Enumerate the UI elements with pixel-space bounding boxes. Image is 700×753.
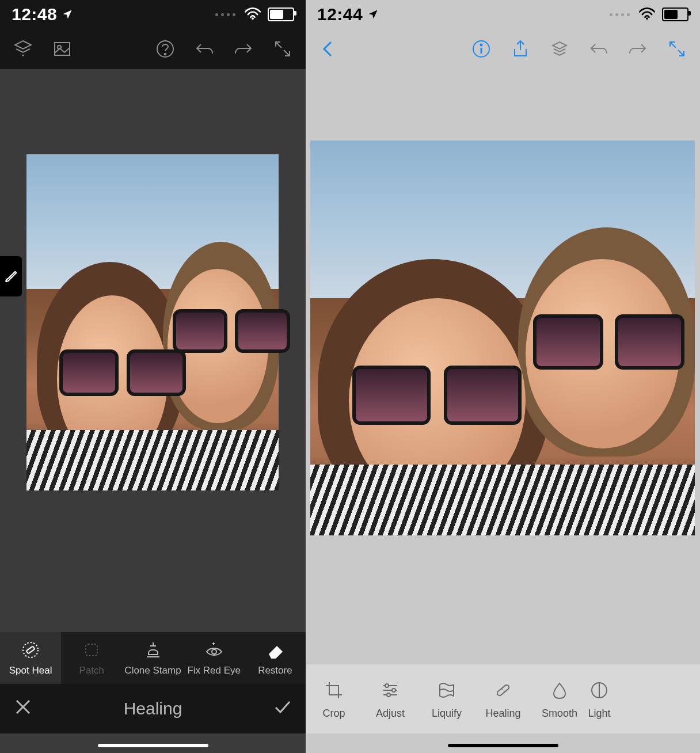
home-indicator[interactable] <box>98 744 208 747</box>
tool-fix-red-eye[interactable]: Fix Red Eye <box>184 632 245 684</box>
tool-label: Restore <box>258 665 292 676</box>
top-toolbar <box>306 29 700 69</box>
layers-icon[interactable] <box>548 37 571 60</box>
tool-label: Fix Red Eye <box>187 665 241 676</box>
pager-dots <box>610 13 630 16</box>
apply-button[interactable] <box>272 697 293 721</box>
tool-label: Spot Heal <box>9 665 52 676</box>
svg-rect-1 <box>55 43 70 55</box>
tool-label: Clone Stamp <box>124 665 181 676</box>
clone-stamp-icon <box>143 640 163 660</box>
svg-rect-7 <box>86 644 97 656</box>
red-eye-icon <box>204 640 225 660</box>
wifi-icon <box>639 5 655 24</box>
tool-label: Healing <box>485 708 520 720</box>
redo-icon[interactable] <box>232 37 255 60</box>
status-bar: 12:48 <box>0 0 306 29</box>
tool-crop[interactable]: Crop <box>306 664 362 733</box>
tool-liquify[interactable]: Liquify <box>419 664 475 733</box>
spot-heal-icon <box>20 640 41 660</box>
svg-rect-6 <box>26 646 35 654</box>
svg-point-8 <box>212 649 216 654</box>
brush-panel-tab[interactable] <box>0 256 22 296</box>
photo-preview[interactable] <box>310 140 695 535</box>
tool-label: Adjust <box>376 708 405 720</box>
fullscreen-icon[interactable] <box>665 37 688 60</box>
main-tool-row[interactable]: Crop Adjust Liquify Healing Smooth Light <box>306 664 700 733</box>
svg-point-12 <box>385 684 389 687</box>
share-icon[interactable] <box>509 37 532 60</box>
redo-icon[interactable] <box>626 37 649 60</box>
confirm-bar: Healing <box>0 684 306 733</box>
tool-clone-stamp[interactable]: Clone Stamp <box>122 632 183 684</box>
image-icon[interactable] <box>51 37 74 60</box>
svg-point-4 <box>165 54 166 55</box>
status-time: 12:44 <box>317 5 363 24</box>
light-icon <box>588 679 611 702</box>
healing-tool-row: Spot Heal Patch Clone Stamp Fix Red Eye … <box>0 632 306 684</box>
svg-point-13 <box>392 689 395 692</box>
tool-smooth[interactable]: Smooth <box>531 664 588 733</box>
battery-icon <box>268 7 294 21</box>
tool-light[interactable]: Light <box>588 664 611 733</box>
left-screenshot: 12:48 <box>0 0 306 753</box>
tool-label: Patch <box>79 665 104 676</box>
fullscreen-icon[interactable] <box>271 37 294 60</box>
adjust-icon <box>379 679 402 702</box>
help-icon[interactable] <box>154 37 177 60</box>
tool-restore[interactable]: Restore <box>245 632 306 684</box>
svg-point-0 <box>252 17 254 20</box>
home-indicator[interactable] <box>448 744 558 747</box>
tool-label: Smooth <box>542 708 577 720</box>
tool-label: Crop <box>322 708 345 720</box>
status-bar: 12:44 <box>306 0 700 29</box>
pager-dots <box>215 13 235 16</box>
right-screenshot: 12:44 <box>306 0 700 753</box>
wifi-icon <box>245 5 261 24</box>
tool-label: Liquify <box>432 708 462 720</box>
top-toolbar <box>0 29 306 69</box>
location-icon <box>367 5 379 24</box>
liquify-icon <box>435 679 458 702</box>
battery-icon <box>662 7 688 21</box>
patch-icon <box>81 640 102 660</box>
back-icon[interactable] <box>317 37 340 60</box>
photo-preview[interactable] <box>26 154 279 490</box>
healing-icon <box>492 679 515 702</box>
tool-healing[interactable]: Healing <box>475 664 531 733</box>
tool-label: Light <box>588 708 610 720</box>
cancel-button[interactable] <box>13 697 33 721</box>
svg-point-11 <box>481 44 482 46</box>
eraser-icon <box>265 640 286 660</box>
layers-icon[interactable] <box>12 37 35 60</box>
mode-title: Healing <box>33 699 272 718</box>
tool-spot-heal[interactable]: Spot Heal <box>0 632 61 684</box>
svg-rect-15 <box>496 684 510 697</box>
smooth-icon <box>548 679 571 702</box>
status-time: 12:48 <box>12 5 57 24</box>
svg-point-9 <box>646 17 648 20</box>
tool-patch[interactable]: Patch <box>61 632 122 684</box>
svg-point-14 <box>387 693 390 697</box>
tool-adjust[interactable]: Adjust <box>362 664 419 733</box>
location-icon <box>62 5 73 24</box>
undo-icon[interactable] <box>193 37 216 60</box>
crop-icon <box>322 679 345 702</box>
undo-icon[interactable] <box>587 37 610 60</box>
info-icon[interactable] <box>470 37 493 60</box>
svg-point-5 <box>23 642 38 657</box>
